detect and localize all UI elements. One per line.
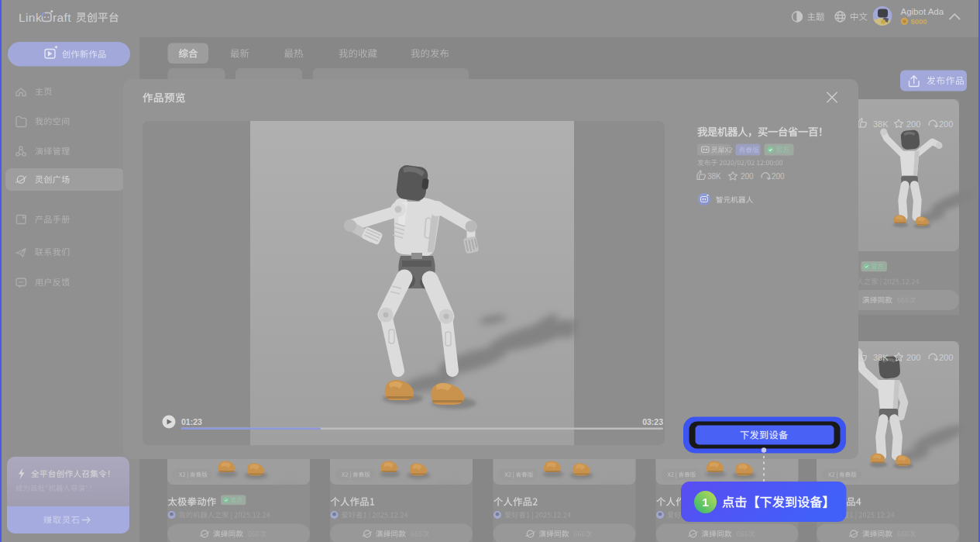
svg-text:200: 200	[939, 119, 953, 129]
svg-text:38K: 38K	[873, 119, 889, 129]
svg-text:200: 200	[939, 353, 953, 362]
svg-text:Agibot Ada: Agibot Ada	[901, 7, 944, 16]
svg-text:38K: 38K	[873, 353, 889, 362]
svg-text:5000: 5000	[911, 17, 927, 26]
svg-text:01:23: 01:23	[181, 417, 202, 426]
svg-text:1: 1	[702, 495, 709, 509]
svg-text:38K: 38K	[707, 172, 721, 181]
svg-text:Link: Link	[19, 11, 42, 24]
svg-text:200: 200	[906, 119, 920, 129]
svg-text:raft: raft	[53, 11, 71, 24]
svg-text:03:23: 03:23	[642, 417, 663, 426]
svg-text:200: 200	[741, 172, 754, 181]
svg-text:200: 200	[772, 172, 785, 181]
svg-text:200: 200	[906, 353, 920, 362]
